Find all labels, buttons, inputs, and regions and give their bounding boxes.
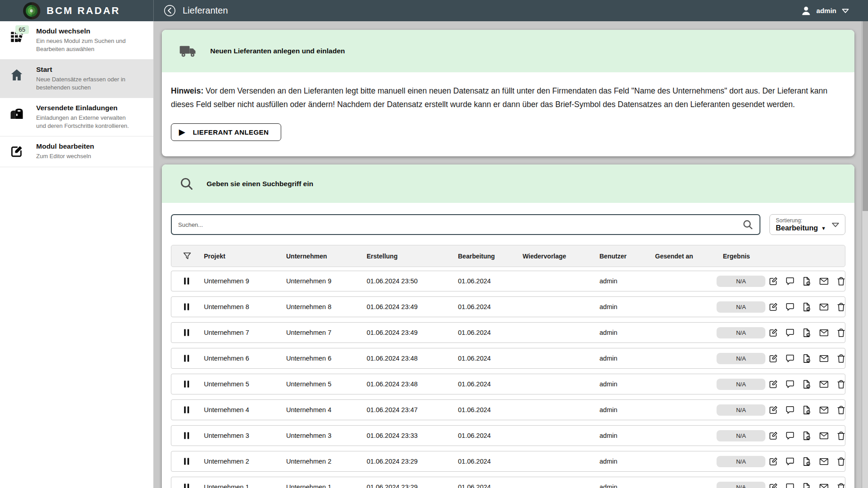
- edit-record-button[interactable]: [768, 456, 778, 467]
- file-info-button[interactable]: [802, 379, 812, 389]
- edit-record-button[interactable]: [768, 302, 778, 312]
- user-chevron-down-icon[interactable]: [841, 7, 850, 14]
- comment-button[interactable]: [785, 328, 795, 338]
- file-info-button[interactable]: [802, 302, 812, 312]
- scrollbar-thumb[interactable]: [863, 21, 868, 211]
- cell-bearbeitung: 01.06.2024: [458, 458, 523, 465]
- edit-icon: [9, 144, 24, 160]
- col-wiedervorlage: Wiedervorlage: [523, 253, 599, 260]
- send-mail-button[interactable]: [818, 482, 830, 488]
- send-mail-button[interactable]: [818, 328, 830, 338]
- cell-projekt: Unternehmen 6: [204, 355, 286, 362]
- vertical-scrollbar[interactable]: [862, 21, 868, 488]
- cell-benutzer: admin: [599, 380, 655, 388]
- app-title: BCM RADAR: [47, 5, 120, 17]
- delete-button[interactable]: [836, 328, 846, 338]
- user-menu[interactable]: admin: [800, 5, 857, 17]
- table-row[interactable]: Unternehmen 6 Unternehmen 6 01.06.2024 2…: [171, 348, 845, 369]
- filter-funnel-icon[interactable]: [171, 251, 204, 261]
- send-mail-button[interactable]: [818, 431, 830, 441]
- cell-projekt: Unternehmen 4: [204, 406, 286, 413]
- edit-record-button[interactable]: [768, 431, 778, 441]
- search-submit-icon[interactable]: [742, 219, 754, 231]
- sort-caret-icon: ▼: [821, 225, 826, 231]
- suppliers-table: Projekt Unternehmen Erstellung Bearbeitu…: [162, 245, 854, 488]
- back-button[interactable]: [164, 5, 176, 17]
- create-supplier-button[interactable]: ▶ LIEFERANT ANLEGEN: [171, 123, 281, 141]
- edit-record-button[interactable]: [768, 379, 778, 389]
- table-row[interactable]: Unternehmen 3 Unternehmen 3 01.06.2024 2…: [171, 425, 845, 446]
- delete-button[interactable]: [836, 276, 846, 286]
- edit-record-button[interactable]: [768, 276, 778, 286]
- cell-erstellung: 01.06.2024 23:29: [367, 483, 458, 488]
- comment-button[interactable]: [785, 302, 795, 312]
- pause-icon: [171, 328, 204, 337]
- edit-record-button[interactable]: [768, 405, 778, 415]
- table-row[interactable]: Unternehmen 1 Unternehmen 1 01.06.2024 2…: [171, 477, 845, 488]
- delete-button[interactable]: [836, 456, 846, 467]
- table-row[interactable]: Unternehmen 7 Unternehmen 7 01.06.2024 2…: [171, 322, 845, 343]
- cell-ergebnis: N/A: [717, 430, 765, 441]
- file-info-button[interactable]: [802, 482, 812, 488]
- table-row[interactable]: Unternehmen 2 Unternehmen 2 01.06.2024 2…: [171, 451, 845, 472]
- delete-button[interactable]: [836, 405, 846, 415]
- col-ergebnis: Ergebnis: [723, 253, 768, 260]
- send-mail-button[interactable]: [818, 302, 830, 312]
- delete-button[interactable]: [836, 353, 846, 364]
- invite-card-header: Neuen Lieferanten anlegen und einladen: [162, 30, 854, 72]
- edit-record-button[interactable]: [768, 482, 778, 488]
- delete-button[interactable]: [836, 482, 846, 488]
- cell-unternehmen: Unternehmen 9: [286, 277, 367, 285]
- sidebar-item-title: Modul wechseln: [36, 27, 136, 35]
- file-info-button[interactable]: [802, 405, 812, 415]
- sidebar-item-subtitle: Ein neues Modul zum Suchen und Bearbeite…: [36, 37, 136, 53]
- table-row[interactable]: Unternehmen 4 Unternehmen 4 01.06.2024 2…: [171, 399, 845, 420]
- file-info-button[interactable]: [802, 276, 812, 286]
- sidebar-item-versendete-einladungen[interactable]: Versendete Einladungen Einladungen an Ex…: [0, 98, 153, 136]
- file-info-button[interactable]: [802, 353, 812, 364]
- table-header-row: Projekt Unternehmen Erstellung Bearbeitu…: [171, 245, 845, 267]
- comment-button[interactable]: [785, 276, 795, 286]
- cell-projekt: Unternehmen 8: [204, 303, 286, 310]
- comment-button[interactable]: [785, 405, 795, 415]
- sidebar-item-title: Modul bearbeiten: [36, 142, 94, 150]
- send-mail-button[interactable]: [818, 276, 830, 286]
- table-row[interactable]: Unternehmen 5 Unternehmen 5 01.06.2024 2…: [171, 374, 845, 394]
- sidebar-item-start[interactable]: Start Neue Datensätze erfassen oder in b…: [0, 60, 153, 98]
- app-root: BCM RADAR Lieferanten admin: [0, 0, 868, 488]
- table-row[interactable]: Unternehmen 9 Unternehmen 9 01.06.2024 2…: [171, 271, 845, 291]
- send-mail-button[interactable]: [818, 353, 830, 364]
- cell-bearbeitung: 01.06.2024: [458, 277, 523, 285]
- edit-record-button[interactable]: [768, 353, 778, 364]
- file-info-button[interactable]: [802, 456, 812, 467]
- send-mail-button[interactable]: [818, 379, 830, 389]
- search-card: Geben sie einen Suchbegriff ein Sortieru…: [162, 164, 854, 488]
- cell-ergebnis: N/A: [717, 482, 765, 488]
- main-content: Neuen Lieferanten anlegen und einladen H…: [154, 21, 868, 488]
- delete-button[interactable]: [836, 431, 846, 441]
- search-card-title: Geben sie einen Suchbegriff ein: [207, 180, 313, 188]
- sidebar-item-modul-bearbeiten[interactable]: Modul bearbeiten Zum Editor wechseln: [0, 136, 153, 167]
- sidebar-item-modul-wechseln[interactable]: 65 Modul wechseln Ein neues Modul zum Su…: [0, 21, 153, 60]
- delete-button[interactable]: [836, 302, 846, 312]
- cell-benutzer: admin: [599, 277, 655, 285]
- file-info-button[interactable]: [802, 431, 812, 441]
- comment-button[interactable]: [785, 379, 795, 389]
- sort-dropdown[interactable]: Sortierung: Bearbeitung▼: [769, 214, 845, 235]
- delete-button[interactable]: [836, 379, 846, 389]
- comment-button[interactable]: [785, 431, 795, 441]
- search-input[interactable]: [172, 215, 742, 234]
- cell-projekt: Unternehmen 1: [204, 483, 286, 488]
- comment-button[interactable]: [785, 353, 795, 364]
- cell-erstellung: 01.06.2024 23:29: [367, 458, 458, 465]
- edit-record-button[interactable]: [768, 328, 778, 338]
- comment-button[interactable]: [785, 456, 795, 467]
- send-mail-button[interactable]: [818, 456, 830, 467]
- comment-button[interactable]: [785, 482, 795, 488]
- sort-value: Bearbeitung: [776, 224, 818, 232]
- table-row[interactable]: Unternehmen 8 Unternehmen 8 01.06.2024 2…: [171, 296, 845, 317]
- send-mail-button[interactable]: [818, 405, 830, 415]
- search-card-header: Geben sie einen Suchbegriff ein: [162, 164, 854, 203]
- file-info-button[interactable]: [802, 328, 812, 338]
- search-icon: [179, 176, 194, 192]
